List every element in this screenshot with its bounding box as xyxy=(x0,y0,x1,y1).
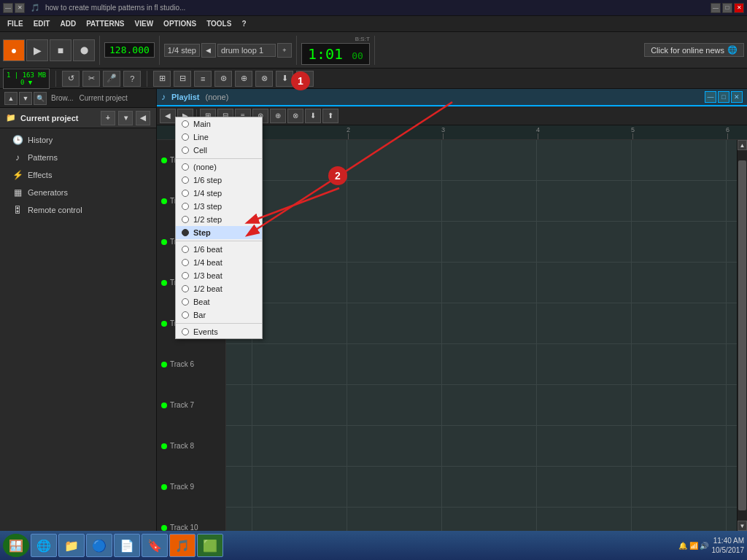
dropdown-item-1-4-beat[interactable]: 1/4 beat xyxy=(176,256,262,269)
project-header-buttons: + ▾ ◀ xyxy=(101,111,150,125)
dropdown-item-1-2-step[interactable]: 1/2 step xyxy=(176,213,262,226)
track-dot-6 xyxy=(161,362,167,368)
menu-file[interactable]: FILe xyxy=(3,18,28,29)
sidebar-history-label: History xyxy=(28,136,53,144)
annotation-2: 2 xyxy=(328,166,347,185)
radio-line xyxy=(182,133,189,141)
tool-btn-2[interactable]: ✂ xyxy=(82,71,100,87)
bpm-display[interactable]: 128.000 xyxy=(104,42,155,58)
sidebar-item-remote-control[interactable]: 🎛 Remote control xyxy=(0,201,156,219)
current-project-label: Current project xyxy=(80,94,128,102)
win-maximize-button[interactable]: □ xyxy=(722,3,732,13)
scroll-up-button[interactable]: ▲ xyxy=(738,140,747,150)
window-buttons[interactable]: — □ ✕ xyxy=(711,3,744,13)
sidebar-item-history[interactable]: 🕒 History xyxy=(0,131,156,149)
dropdown-item-events[interactable]: Events xyxy=(176,325,262,338)
dropdown-item-main[interactable]: Main xyxy=(176,117,262,131)
dropdown-item-1-3-beat[interactable]: 1/3 beat xyxy=(176,269,262,282)
pattern-selector[interactable]: drum loop 1 xyxy=(217,44,276,57)
sidebar-item-effects[interactable]: ⚡ Effects xyxy=(0,166,156,184)
pattern-prev-button[interactable]: ◀ xyxy=(201,43,216,58)
dropdown-item-cell[interactable]: Cell xyxy=(176,144,262,157)
scroll-down-button[interactable]: ▼ xyxy=(738,521,747,531)
taskbar-app-bookmark[interactable]: 🔖 xyxy=(142,534,168,557)
online-news-icon: 🌐 xyxy=(727,45,738,55)
ruler-mark-5: 5 xyxy=(631,126,635,139)
taskbar-app-ie[interactable]: 🌐 xyxy=(31,534,57,557)
plt-btn-prev[interactable]: ◀ xyxy=(160,109,176,123)
plt-zoom-8[interactable]: ⬆ xyxy=(322,109,338,123)
menu-add[interactable]: ADD xyxy=(55,18,80,29)
close-button[interactable]: ✕ xyxy=(15,3,25,13)
dropdown-item-1-6-step[interactable]: 1/6 step xyxy=(176,174,262,187)
radio-1-2-step xyxy=(182,216,189,223)
sidebar-item-generators[interactable]: ▦ Generators xyxy=(0,184,156,201)
arrow-down-button[interactable]: ▾ xyxy=(118,111,133,125)
plt-zoom-7[interactable]: ⬇ xyxy=(305,109,321,123)
sidebar-item-patterns[interactable]: ♪ Patterns xyxy=(0,149,156,166)
playlist-minimize-button[interactable]: — xyxy=(705,91,716,103)
dropdown-item-beat[interactable]: Beat xyxy=(176,295,262,308)
app-icon: 🎵 xyxy=(31,4,39,12)
track-dot-5 xyxy=(161,321,167,327)
plt-zoom-6[interactable]: ⊗ xyxy=(287,109,303,123)
dropdown-item-1-4-step[interactable]: 1/4 step xyxy=(176,187,262,200)
loop-button[interactable]: ⬤ xyxy=(73,39,95,61)
add-project-button[interactable]: + xyxy=(101,111,115,125)
radio-main xyxy=(182,120,189,128)
dropdown-item-bar[interactable]: Bar xyxy=(176,308,262,322)
taskbar-app-pdf[interactable]: 📄 xyxy=(114,534,140,557)
menu-patterns[interactable]: PATTERNs xyxy=(82,18,128,29)
title-bar-controls[interactable]: — ✕ xyxy=(3,3,25,13)
online-news-button[interactable]: Click for online news 🌐 xyxy=(644,43,744,57)
play-button[interactable]: ▶ xyxy=(26,39,48,61)
menu-view[interactable]: VIEW xyxy=(131,18,158,29)
step-selector[interactable]: 1/4 step xyxy=(164,44,200,57)
snap-btn-2[interactable]: ⊟ xyxy=(174,71,191,87)
dropdown-item-1-3-step[interactable]: 1/3 step xyxy=(176,200,262,213)
snap-btn-3[interactable]: ≡ xyxy=(194,71,212,87)
dropdown-item-1-2-beat[interactable]: 1/2 beat xyxy=(176,282,262,295)
track-dot-8 xyxy=(161,443,167,449)
stop-button[interactable]: ■ xyxy=(50,39,71,61)
patterns-icon: ♪ xyxy=(12,152,23,163)
plt-zoom-5[interactable]: ⊕ xyxy=(270,109,286,123)
tool-btn-3[interactable]: 🎤 xyxy=(103,71,120,87)
snap-btn-6[interactable]: ⊗ xyxy=(255,71,273,87)
arrow-left-button[interactable]: ◀ xyxy=(136,111,150,125)
dropdown-item-step[interactable]: Step xyxy=(176,226,262,239)
menu-help[interactable]: ? xyxy=(237,18,250,29)
menu-edit[interactable]: EDIT xyxy=(29,18,55,29)
sidebar-tree: 🕒 History ♪ Patterns ⚡ Effects ▦ Generat… xyxy=(0,128,156,531)
dropdown-item-1-6-beat[interactable]: 1/6 beat xyxy=(176,243,262,256)
snap-btn-4[interactable]: ⊛ xyxy=(214,71,232,87)
dropdown-item-none[interactable]: (none) xyxy=(176,160,262,174)
minimize-button[interactable]: — xyxy=(3,3,13,13)
sidebar-up-button[interactable]: ▲ xyxy=(4,92,18,105)
vertical-scrollbar[interactable]: ▲ ▼ xyxy=(737,140,747,531)
taskbar-app-fl[interactable]: 🎵 xyxy=(169,534,196,557)
sidebar: ▲ ▼ 🔍 Brow... Current project 📁 Current … xyxy=(0,89,157,531)
time-main: 1:01 xyxy=(308,45,343,63)
taskbar-app-green[interactable]: 🟩 xyxy=(197,534,223,557)
sidebar-down-button[interactable]: ▼ xyxy=(19,92,32,105)
start-button[interactable]: 🪟 xyxy=(3,534,29,557)
snap-btn-1[interactable]: ⊞ xyxy=(153,71,171,87)
tool-btn-1[interactable]: ↺ xyxy=(62,71,80,87)
win-minimize-button[interactable]: — xyxy=(711,3,721,13)
record-button[interactable]: ● xyxy=(3,39,25,61)
sidebar-search-button[interactable]: 🔍 xyxy=(34,92,47,105)
taskbar-app-chrome[interactable]: 🔵 xyxy=(86,534,112,557)
playlist-close-button[interactable]: ✕ xyxy=(731,91,743,103)
menu-tools[interactable]: tooLS xyxy=(202,18,236,29)
snap-btn-5[interactable]: ⊕ xyxy=(235,71,252,87)
scroll-thumb[interactable] xyxy=(738,160,746,510)
track-dot-7 xyxy=(161,402,167,408)
tool-btn-4[interactable]: ? xyxy=(123,71,141,87)
menu-options[interactable]: OPTIONS xyxy=(159,18,201,29)
pattern-next-button[interactable]: + xyxy=(277,43,292,58)
win-close-button[interactable]: ✕ xyxy=(734,3,744,13)
dropdown-item-line[interactable]: Line xyxy=(176,131,262,144)
playlist-resize-button[interactable]: □ xyxy=(718,91,729,103)
taskbar-app-files[interactable]: 📁 xyxy=(58,534,85,557)
